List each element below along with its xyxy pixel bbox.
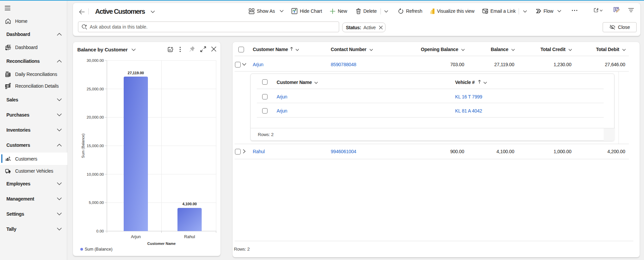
svg-text:Rahul: Rahul — [184, 234, 195, 239]
svg-text:5,000.00: 5,000.00 — [89, 201, 104, 205]
svg-text:30,000.00: 30,000.00 — [87, 58, 104, 62]
svg-text:Sum (Balance): Sum (Balance) — [81, 134, 85, 158]
svg-text:Arjun: Arjun — [131, 234, 140, 239]
svg-text:4,100.00: 4,100.00 — [183, 202, 197, 206]
svg-text:27,119.00: 27,119.00 — [128, 71, 144, 75]
svg-text:10,000.00: 10,000.00 — [87, 172, 104, 176]
svg-text:15,000.00: 15,000.00 — [87, 144, 104, 148]
svg-text:Sum (Balance): Sum (Balance) — [85, 247, 113, 252]
svg-text:Customer Name: Customer Name — [147, 242, 175, 246]
svg-text:20,000.00: 20,000.00 — [87, 115, 104, 119]
svg-text:25,000.00: 25,000.00 — [87, 87, 104, 91]
svg-text:0.00: 0.00 — [96, 229, 104, 233]
